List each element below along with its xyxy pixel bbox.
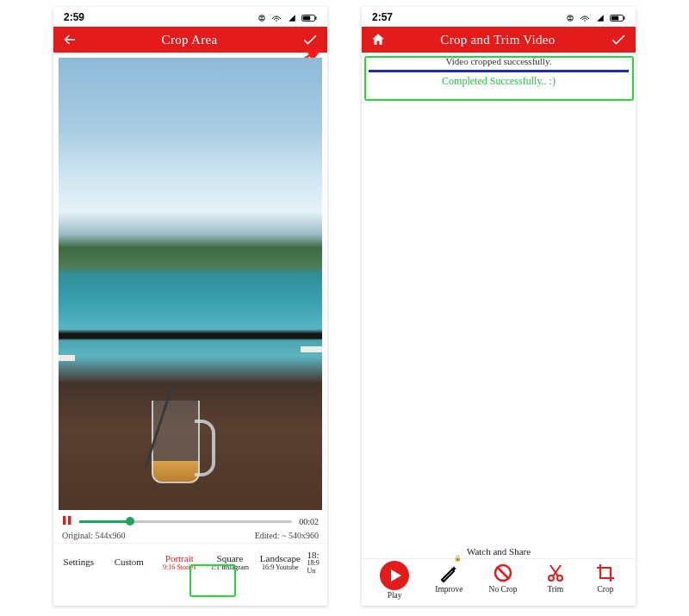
- stage: 2:59 Crop Area: [0, 0, 689, 616]
- ws-improve[interactable]: 🔒 Improve: [435, 561, 462, 594]
- ratio-square[interactable]: Square 1:1 Instagram: [205, 544, 256, 582]
- nocrop-icon: [491, 561, 515, 585]
- ratio-landscape[interactable]: Landscape 16:9 Youtube: [255, 544, 306, 582]
- header-right: Crop and Trim Video: [362, 27, 636, 53]
- seek-thumb[interactable]: [126, 517, 134, 526]
- scissors-icon: [543, 561, 568, 585]
- aspect-ratio-bar: Settings Custom Portrait 9:16 Stories Sq…: [53, 543, 327, 582]
- ws-trim-label: Trim: [547, 586, 563, 594]
- back-icon[interactable]: [62, 32, 78, 47]
- wand-icon: [437, 561, 461, 585]
- header-title-right: Crop and Trim Video: [386, 33, 610, 47]
- statusbar-left: 2:59: [53, 7, 327, 27]
- svg-line-18: [497, 567, 509, 579]
- home-icon[interactable]: [370, 32, 386, 47]
- watch-share-title: Watch and Share: [362, 546, 636, 558]
- video-preview[interactable]: [59, 58, 322, 510]
- svg-rect-14: [611, 16, 618, 20]
- svg-rect-5: [315, 16, 316, 20]
- progress-bar: 00:02: [53, 512, 327, 531]
- ws-play-label: Play: [388, 592, 402, 600]
- header-left: Crop Area: [53, 27, 327, 53]
- ratio-portrait[interactable]: Portrait 9:16 Stories: [154, 544, 205, 582]
- svg-point-1: [276, 20, 278, 22]
- completed-message: Completed Successfully.. :): [362, 72, 636, 92]
- watch-and-share: Watch and Share Play 🔒 Improve: [362, 546, 636, 604]
- ratio-custom[interactable]: Custom: [104, 544, 155, 582]
- ws-nocrop[interactable]: No Crop: [489, 561, 518, 594]
- svg-point-11: [585, 20, 587, 22]
- header-title-left: Crop Area: [78, 33, 301, 47]
- ws-crop[interactable]: Crop: [593, 561, 618, 594]
- status-icons-right: [563, 11, 625, 23]
- svg-marker-12: [597, 15, 604, 22]
- confirm-icon[interactable]: [301, 31, 319, 48]
- success-message: Video cropped successfully.: [362, 53, 636, 66]
- ws-nocrop-label: No Crop: [489, 586, 518, 594]
- svg-marker-2: [289, 15, 295, 22]
- time-label: 00:02: [299, 517, 319, 526]
- phone-right: 2:57 Crop and Trim Video Video cropped s…: [362, 7, 636, 606]
- status-icons-left: [255, 11, 317, 23]
- svg-rect-15: [624, 16, 624, 20]
- ratio-settings[interactable]: Settings: [53, 544, 104, 582]
- ws-trim[interactable]: Trim: [543, 561, 568, 594]
- confirm-icon-right[interactable]: [610, 31, 627, 48]
- ratio-189[interactable]: 18: 18:9 Un: [306, 544, 327, 582]
- svg-rect-4: [303, 16, 310, 20]
- ws-play[interactable]: Play: [380, 561, 409, 600]
- ws-improve-label: Improve: [435, 586, 462, 594]
- pause-icon[interactable]: [62, 513, 72, 529]
- phone-left: 2:59 Crop Area: [53, 7, 327, 606]
- clock-right: 2:57: [372, 11, 393, 23]
- original-dim: Original: 544x960: [62, 531, 126, 540]
- svg-rect-8: [63, 516, 66, 525]
- svg-marker-16: [391, 569, 401, 582]
- dimension-row: Original: 544x960 Edited: ~ 540x960: [53, 531, 327, 543]
- statusbar-right: 2:57: [362, 7, 636, 27]
- svg-rect-9: [68, 516, 71, 525]
- ws-crop-label: Crop: [597, 586, 613, 594]
- seek-track[interactable]: [79, 520, 292, 523]
- edited-dim: Edited: ~ 540x960: [255, 531, 319, 540]
- lock-icon: 🔒: [454, 556, 462, 562]
- glass-object: [152, 401, 214, 485]
- crop-icon: [593, 561, 618, 585]
- clock-left: 2:59: [64, 11, 84, 23]
- play-icon[interactable]: [380, 561, 409, 590]
